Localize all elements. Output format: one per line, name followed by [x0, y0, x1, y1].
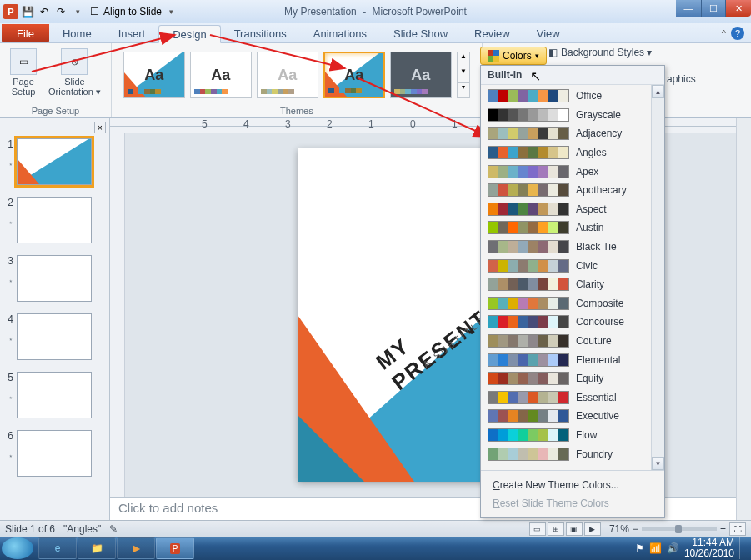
zoom-out-icon[interactable]: − — [633, 523, 638, 535]
gallery-up-icon[interactable]: ▲ — [458, 52, 469, 68]
color-scheme-concourse[interactable]: Concourse — [481, 312, 664, 332]
color-scheme-foundry[interactable]: Foundry — [481, 444, 664, 463]
color-scheme-austin[interactable]: Austin — [481, 218, 664, 238]
color-scheme-essential[interactable]: Essential — [481, 388, 664, 408]
page-setup-button[interactable]: ▭ Page Setup — [7, 47, 40, 98]
thumb-row-2: 2⋆ — [0, 195, 109, 253]
slideshow-view-icon[interactable]: ▶ — [584, 522, 601, 536]
color-scheme-clarity[interactable]: Clarity — [481, 275, 664, 294]
align-dropdown-icon[interactable]: ▾ — [163, 4, 178, 19]
tab-review[interactable]: Review — [461, 24, 523, 42]
tab-animations[interactable]: Animations — [300, 24, 380, 42]
swatch-icon — [488, 89, 569, 102]
color-scheme-aspect[interactable]: Aspect — [481, 200, 664, 219]
save-icon[interactable]: 💾 — [20, 4, 35, 19]
slide-orientation-button[interactable]: ⎋ SlideOrientation ▾ — [45, 47, 104, 98]
tray-network-icon[interactable]: 📶 — [649, 542, 662, 554]
taskbar-explorer-icon[interactable]: 📁 — [78, 538, 116, 559]
color-scheme-composite[interactable]: Composite — [481, 294, 664, 313]
orientation-icon: ⎋ — [61, 48, 88, 75]
theme-thumb-3[interactable]: Aa — [257, 52, 318, 98]
help-icon[interactable]: ? — [731, 27, 744, 40]
color-scheme-grayscale[interactable]: Grayscale — [481, 106, 664, 125]
zoom-slider[interactable] — [642, 528, 717, 531]
scheme-label: Equity — [576, 372, 603, 384]
color-scheme-flow[interactable]: Flow — [481, 426, 664, 445]
chevron-down-icon: ▾ — [535, 52, 539, 60]
zoom-level[interactable]: 71% — [609, 523, 629, 535]
vertical-scrollbar[interactable] — [736, 118, 751, 520]
color-scheme-civic[interactable]: Civic — [481, 256, 664, 275]
reading-view-icon[interactable]: ▣ — [566, 522, 583, 536]
swatch-icon — [488, 391, 569, 404]
maximize-button[interactable]: ☐ — [701, 0, 726, 17]
swatch-icon — [488, 127, 569, 140]
ribbon-expand-icon[interactable]: ^ — [722, 28, 726, 38]
slide-thumb-2[interactable] — [17, 197, 92, 243]
swatch-icon — [488, 448, 569, 461]
tab-file[interactable]: File — [2, 24, 49, 42]
tray-volume-icon[interactable]: 🔊 — [667, 542, 679, 554]
swatch-icon — [488, 202, 569, 216]
colors-swatch-icon — [488, 50, 499, 62]
sorter-view-icon[interactable]: ⊞ — [548, 522, 564, 536]
color-scheme-executive[interactable]: Executive — [481, 407, 664, 426]
scroll-up-icon[interactable]: ▲ — [652, 85, 664, 98]
status-slide: Slide 1 of 6 — [5, 523, 55, 535]
undo-icon[interactable]: ↶ — [37, 4, 52, 19]
create-new-colors[interactable]: Create New Theme Colors... — [493, 476, 653, 494]
color-scheme-apothecary[interactable]: Apothecary — [481, 181, 664, 200]
tab-design[interactable]: Design — [158, 25, 220, 43]
theme-thumb-4[interactable]: Aa — [323, 52, 385, 98]
show-desktop-button[interactable] — [739, 538, 746, 559]
scheme-label: Flow — [576, 429, 597, 441]
color-scheme-black-tie[interactable]: Black Tie — [481, 238, 664, 257]
slide-thumb-5[interactable] — [17, 372, 92, 418]
theme-thumb-2[interactable]: Aa — [190, 52, 252, 98]
background-styles-button[interactable]: ◧ Background Styles ▾ — [548, 47, 652, 58]
taskbar-ie-icon[interactable]: e — [38, 538, 77, 559]
gallery-more-icon[interactable]: ▾ — [458, 83, 469, 98]
taskbar-powerpoint-icon[interactable]: P — [156, 538, 194, 559]
theme-thumb-1[interactable]: Aa — [123, 52, 185, 98]
view-buttons: ▭ ⊞ ▣ ▶ — [529, 522, 601, 536]
status-bar: Slide 1 of 6 "Angles" ✎ ▭ ⊞ ▣ ▶ 71% − + … — [0, 520, 751, 537]
tab-insert[interactable]: Insert — [105, 24, 159, 42]
powerpoint-icon[interactable]: P — [3, 4, 18, 19]
close-button[interactable]: ✕ — [726, 0, 751, 17]
qat-more-icon[interactable]: ▾ — [70, 4, 85, 19]
color-scheme-elemental[interactable]: Elemental — [481, 350, 664, 369]
zoom-in-icon[interactable]: + — [720, 523, 726, 535]
color-scheme-equity[interactable]: Equity — [481, 369, 664, 388]
normal-view-icon[interactable]: ▭ — [529, 522, 546, 536]
fit-window-icon[interactable]: ⛶ — [729, 522, 746, 536]
spellcheck-icon[interactable]: ✎ — [109, 523, 118, 535]
align-checkbox[interactable]: ☐ — [87, 4, 102, 19]
taskbar-wmp-icon[interactable]: ▶ — [117, 538, 155, 559]
color-scheme-angles[interactable]: Angles — [481, 143, 664, 162]
tab-home[interactable]: Home — [49, 24, 105, 42]
tab-transitions[interactable]: Transitions — [221, 24, 300, 42]
redo-icon[interactable]: ↷ — [53, 4, 68, 19]
swatch-icon — [488, 428, 569, 442]
slide-thumb-1[interactable] — [17, 138, 92, 185]
color-scheme-office[interactable]: Office — [481, 87, 664, 106]
gallery-down-icon[interactable]: ▼ — [458, 68, 469, 82]
tab-slideshow[interactable]: Slide Show — [380, 24, 461, 42]
dropdown-scrollbar[interactable]: ▲ ▼ — [651, 85, 664, 470]
color-scheme-apex[interactable]: Apex — [481, 162, 664, 181]
color-scheme-adjacency[interactable]: Adjacency — [481, 124, 664, 143]
start-button[interactable] — [2, 538, 33, 559]
colors-button[interactable]: Colors ▾ — [480, 47, 547, 65]
slide-thumb-6[interactable] — [17, 430, 92, 477]
theme-thumb-5[interactable]: Aa — [390, 52, 452, 98]
minimize-button[interactable]: — — [676, 0, 701, 17]
scroll-down-icon[interactable]: ▼ — [652, 457, 664, 470]
slide-thumb-3[interactable] — [17, 255, 92, 302]
slide-thumb-4[interactable] — [17, 313, 92, 360]
tab-view[interactable]: View — [523, 24, 573, 42]
tray-clock[interactable]: 11:44 AM 10/26/2010 — [684, 538, 734, 559]
panel-close-icon[interactable]: × — [94, 122, 106, 133]
color-scheme-couture[interactable]: Couture — [481, 332, 664, 351]
tray-flag-icon[interactable]: ⚑ — [635, 542, 644, 554]
